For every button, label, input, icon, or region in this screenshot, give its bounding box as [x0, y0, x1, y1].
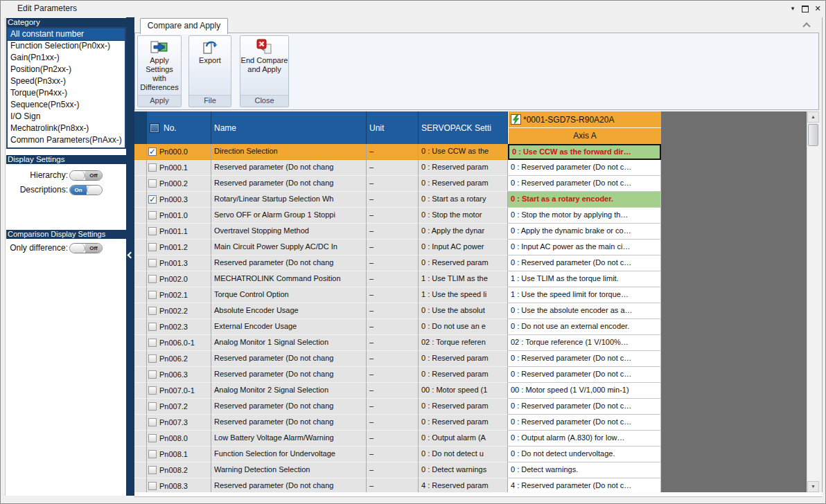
no-cell[interactable]: Pn000.2 [147, 176, 211, 192]
group-label-apply[interactable]: Apply [138, 95, 181, 107]
table-row[interactable]: Pn007.3Reserved parameter (Do not chang–… [134, 415, 661, 431]
servopack-setting-cell[interactable]: 4 : Reserved param [419, 478, 508, 492]
row-header-cell[interactable] [134, 383, 147, 399]
unit-cell[interactable]: – [367, 447, 419, 462]
no-cell[interactable]: Pn002.3 [147, 319, 211, 335]
name-cell[interactable]: Analog Monitor 2 Signal Selection [211, 383, 367, 399]
table-row[interactable]: Pn006.3Reserved parameter (Do not chang–… [134, 367, 661, 383]
name-cell[interactable]: Rotary/Linear Startup Selection Wh [211, 192, 367, 208]
row-header-cell[interactable] [134, 431, 147, 447]
table-row[interactable]: Pn000.2Reserved parameter (Do not chang–… [134, 176, 661, 192]
axis-value-cell[interactable]: 0 : Use the absolute encoder as a… [508, 303, 661, 319]
axis-value-cell[interactable]: 0 : Start as a rotary encoder. [508, 192, 661, 208]
no-cell[interactable]: Pn000.3 [147, 192, 211, 208]
axis-value-cell[interactable]: 0 : Reserved parameter (Do not c… [508, 399, 661, 415]
no-cell[interactable]: Pn007.0-1 [147, 383, 211, 399]
row-checkbox[interactable] [148, 227, 157, 235]
row-checkbox[interactable] [148, 291, 157, 299]
category-item[interactable]: Mechatrolink(Pn8xx-) [8, 123, 125, 134]
row-header-cell[interactable] [134, 367, 147, 383]
row-checkbox[interactable] [148, 466, 157, 474]
category-item[interactable]: Function Selection(Pn0xx-) [8, 40, 125, 52]
name-cell[interactable]: Function Selection for Undervoltage [211, 447, 367, 462]
row-checkbox[interactable] [148, 354, 157, 363]
table-row[interactable]: Pn008.3Reserved parameter (Do not chang–… [134, 478, 661, 492]
table-row[interactable]: Pn000.0Direction Selection–0 : Use CCW a… [134, 144, 661, 160]
axis-value-cell[interactable]: 0 : Apply the dynamic brake or co… [508, 224, 661, 240]
unit-cell[interactable]: – [367, 478, 419, 492]
name-cell[interactable]: Reserved parameter (Do not chang [211, 160, 367, 176]
row-checkbox[interactable] [148, 482, 157, 490]
scroll-up-icon[interactable]: ▲ [807, 111, 819, 123]
category-item[interactable]: Speed(Pn3xx-) [8, 75, 125, 87]
no-cell[interactable]: Pn008.3 [147, 478, 211, 492]
axis-value-cell[interactable]: 0 : Reserved parameter (Do not c… [508, 255, 661, 271]
no-cell[interactable]: Pn006.3 [147, 367, 211, 383]
name-cell[interactable]: Reserved parameter (Do not chang [211, 478, 367, 492]
table-row[interactable]: Pn002.0MECHATROLINK Command Position–1 :… [134, 271, 661, 287]
unit-cell[interactable]: – [367, 415, 419, 431]
no-cell[interactable]: Pn006.2 [147, 351, 211, 367]
servopack-setting-cell[interactable]: 0 : Reserved param [419, 176, 508, 192]
table-row[interactable]: Pn000.1Reserved parameter (Do not chang–… [134, 160, 661, 176]
category-item[interactable]: Position(Pn2xx-) [8, 64, 125, 75]
row-checkbox[interactable] [148, 195, 157, 204]
row-checkbox[interactable] [148, 434, 157, 442]
row-checkbox[interactable] [148, 179, 157, 188]
servopack-setting-cell[interactable]: 0 : Apply the dynar [419, 224, 508, 240]
table-row[interactable]: Pn002.3External Encoder Usage–0 : Do not… [134, 319, 661, 335]
dropdown-arrow-icon[interactable]: ▾ [788, 3, 798, 13]
no-cell[interactable]: Pn000.1 [147, 160, 211, 176]
axis-value-cell[interactable]: 0 : Detect warnings. [508, 462, 661, 478]
servopack-setting-cell[interactable]: 0 : Do not use an e [419, 319, 508, 335]
scroll-down-icon[interactable]: ▼ [807, 481, 819, 492]
axis-value-cell[interactable]: 0 : Reserved parameter (Do not c… [508, 415, 661, 431]
group-label-close[interactable]: Close [240, 95, 288, 107]
column-header-no[interactable]: No. [147, 111, 211, 144]
row-header-cell[interactable] [134, 447, 147, 462]
name-cell[interactable]: Main Circuit Power Supply AC/DC In [211, 240, 367, 255]
column-header-name[interactable]: Name [211, 111, 367, 144]
unit-cell[interactable]: – [367, 176, 419, 192]
column-header-axis[interactable]: *0001-SGD7S-R90A20A Axis A [508, 111, 661, 144]
row-checkbox[interactable] [148, 386, 157, 395]
servopack-setting-cell[interactable]: 0 : Detect warnings [419, 462, 508, 478]
row-header-cell[interactable] [134, 144, 147, 160]
no-cell[interactable]: Pn008.0 [147, 431, 211, 447]
row-checkbox[interactable] [148, 211, 157, 219]
table-row[interactable]: Pn007.0-1Analog Monitor 2 Signal Selecti… [134, 383, 661, 399]
no-cell[interactable]: Pn002.1 [147, 287, 211, 303]
no-cell[interactable]: Pn008.1 [147, 447, 211, 462]
column-header-servopack[interactable]: SERVOPACK Setti [419, 111, 508, 144]
row-header-cell[interactable] [134, 240, 147, 255]
no-cell[interactable]: Pn002.0 [147, 271, 211, 287]
category-item[interactable]: Sequence(Pn5xx-) [8, 99, 125, 111]
name-cell[interactable]: Direction Selection [211, 144, 367, 160]
name-cell[interactable]: Reserved parameter (Do not chang [211, 351, 367, 367]
table-row[interactable]: Pn002.1Torque Control Option–1 : Use the… [134, 287, 661, 303]
row-header-cell[interactable] [134, 415, 147, 431]
export-button[interactable]: Export [189, 38, 231, 98]
table-row[interactable]: Pn008.0Low Battery Voltage Alarm/Warning… [134, 431, 661, 447]
row-checkbox[interactable] [148, 163, 157, 172]
unit-cell[interactable]: – [367, 383, 419, 399]
category-item[interactable]: Torque(Pn4xx-) [8, 87, 125, 99]
name-cell[interactable]: Servo OFF or Alarm Group 1 Stoppi [211, 208, 367, 224]
category-item[interactable]: All constant number [8, 28, 125, 40]
name-cell[interactable]: Overtravel Stopping Method [211, 224, 367, 240]
servopack-setting-cell[interactable]: 0 : Do not detect u [419, 447, 508, 462]
name-cell[interactable]: Reserved parameter (Do not chang [211, 176, 367, 192]
row-header-cell[interactable] [134, 287, 147, 303]
name-cell[interactable]: Reserved parameter (Do not chang [211, 367, 367, 383]
unit-cell[interactable]: – [367, 240, 419, 255]
category-item[interactable]: I/O Sign [8, 111, 125, 123]
unit-cell[interactable]: – [367, 224, 419, 240]
row-header-cell[interactable] [134, 319, 147, 335]
servopack-setting-cell[interactable]: 0 : Output alarm (A [419, 431, 508, 447]
servopack-setting-cell[interactable]: 02 : Torque referen [419, 335, 508, 351]
name-cell[interactable]: Torque Control Option [211, 287, 367, 303]
row-header-cell[interactable] [134, 478, 147, 492]
row-checkbox[interactable] [148, 339, 157, 347]
servopack-setting-cell[interactable]: 0 : Stop the motor [419, 208, 508, 224]
no-cell[interactable]: Pn007.3 [147, 415, 211, 431]
